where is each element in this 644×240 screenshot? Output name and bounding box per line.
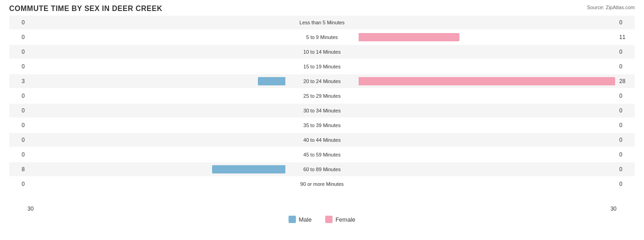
female-bar-area [359, 45, 617, 59]
male-value: 0 [9, 122, 27, 128]
female-value: 0 [617, 166, 635, 173]
chart-row: 0 25 to 29 Minutes 0 [9, 89, 635, 103]
male-bar-area [27, 133, 285, 147]
male-bar-area [27, 162, 285, 176]
chart-row: 8 60 to 89 Minutes 0 [9, 162, 635, 176]
male-bar-area [27, 148, 285, 162]
male-bar [212, 165, 285, 173]
chart-row: 0 5 to 9 Minutes 11 [9, 30, 635, 44]
chart-row: 0 15 to 19 Minutes 0 [9, 60, 635, 73]
bars-wrapper: Less than 5 Minutes [27, 16, 617, 29]
male-bar-area [27, 45, 285, 59]
chart-title: COMMUTE TIME BY SEX IN DEER CREEK [9, 5, 635, 13]
chart-area: 0 Less than 5 Minutes 0 0 5 [9, 16, 635, 204]
female-bar-area [359, 30, 617, 44]
row-label: 90 or more Minutes [300, 181, 344, 187]
male-value: 0 [9, 137, 27, 143]
female-bar-area [359, 16, 617, 29]
female-value: 0 [617, 63, 635, 70]
female-bar [359, 33, 459, 41]
legend-male-box [289, 216, 296, 223]
row-label: Less than 5 Minutes [300, 20, 344, 25]
male-bar-area [27, 16, 285, 29]
bars-wrapper: 25 to 29 Minutes [27, 89, 617, 103]
female-value: 11 [617, 34, 635, 40]
chart-row: 3 20 to 24 Minutes 28 [9, 74, 635, 88]
bars-wrapper: 35 to 39 Minutes [27, 118, 617, 132]
female-value: 0 [617, 49, 635, 55]
female-value: 28 [617, 78, 635, 84]
chart-row: 0 40 to 44 Minutes 0 [9, 133, 635, 147]
legend-male: Male [289, 216, 311, 223]
female-value: 0 [617, 122, 635, 128]
female-value: 0 [617, 151, 635, 158]
male-value: 3 [9, 78, 27, 84]
row-label: 35 to 39 Minutes [303, 123, 340, 128]
chart-row: 0 10 to 14 Minutes 0 [9, 45, 635, 59]
female-bar-area [359, 89, 617, 103]
male-value: 0 [9, 151, 27, 158]
female-value: 0 [617, 137, 635, 143]
row-label: 5 to 9 Minutes [306, 34, 338, 40]
female-value: 0 [617, 19, 635, 26]
axis-left-label: 30 [27, 206, 33, 212]
chart-row: 0 Less than 5 Minutes 0 [9, 16, 635, 29]
male-value: 0 [9, 181, 27, 187]
bars-wrapper: 40 to 44 Minutes [27, 133, 617, 147]
male-bar-area [27, 30, 285, 44]
male-bar-area [27, 177, 285, 191]
male-bar-area [27, 104, 285, 117]
row-label: 20 to 24 Minutes [303, 78, 340, 84]
bars-wrapper: 30 to 34 Minutes [27, 104, 617, 117]
axis-bottom: 30 30 [9, 206, 635, 212]
bars-wrapper: 5 to 9 Minutes [27, 30, 617, 44]
bars-wrapper: 10 to 14 Minutes [27, 45, 617, 59]
female-bar-area [359, 148, 617, 162]
row-label: 30 to 34 Minutes [303, 108, 340, 113]
male-value: 0 [9, 107, 27, 114]
male-value: 0 [9, 19, 27, 26]
male-value: 0 [9, 93, 27, 99]
bars-wrapper: 15 to 19 Minutes [27, 60, 617, 73]
female-bar-area [359, 133, 617, 147]
bars-wrapper: 20 to 24 Minutes [27, 74, 617, 88]
chart-row: 0 90 or more Minutes 0 [9, 177, 635, 191]
legend-female: Female [325, 216, 355, 223]
female-bar [359, 77, 615, 85]
male-value: 0 [9, 49, 27, 55]
row-label: 25 to 29 Minutes [303, 93, 340, 99]
male-value: 0 [9, 63, 27, 70]
female-bar-area [359, 74, 617, 88]
legend-female-box [325, 216, 333, 223]
bars-wrapper: 45 to 59 Minutes [27, 148, 617, 162]
row-label: 40 to 44 Minutes [303, 137, 340, 143]
legend-female-label: Female [335, 216, 355, 223]
source-label: Source: ZipAtlas.com [587, 5, 635, 10]
male-bar-area [27, 60, 285, 73]
legend-male-label: Male [299, 216, 311, 223]
female-bar-area [359, 118, 617, 132]
female-value: 0 [617, 93, 635, 99]
female-bar-area [359, 177, 617, 191]
male-bar-area [27, 118, 285, 132]
row-label: 60 to 89 Minutes [303, 167, 340, 172]
female-value: 0 [617, 181, 635, 187]
male-bar-area [27, 89, 285, 103]
axis-right-label: 30 [611, 206, 617, 212]
bars-wrapper: 90 or more Minutes [27, 177, 617, 191]
male-bar [258, 77, 285, 85]
chart-legend: Male Female [9, 216, 635, 223]
chart-row: 0 30 to 34 Minutes 0 [9, 104, 635, 117]
male-value: 0 [9, 34, 27, 40]
chart-container: COMMUTE TIME BY SEX IN DEER CREEK Source… [0, 0, 644, 240]
row-label: 10 to 14 Minutes [303, 49, 340, 55]
chart-row: 0 35 to 39 Minutes 0 [9, 118, 635, 132]
row-label: 45 to 59 Minutes [303, 152, 340, 157]
female-bar-area [359, 104, 617, 117]
female-bar-area [359, 162, 617, 176]
row-label: 15 to 19 Minutes [303, 64, 340, 69]
male-bar-area [27, 74, 285, 88]
chart-row: 0 45 to 59 Minutes 0 [9, 148, 635, 162]
female-value: 0 [617, 107, 635, 114]
male-value: 8 [9, 166, 27, 173]
